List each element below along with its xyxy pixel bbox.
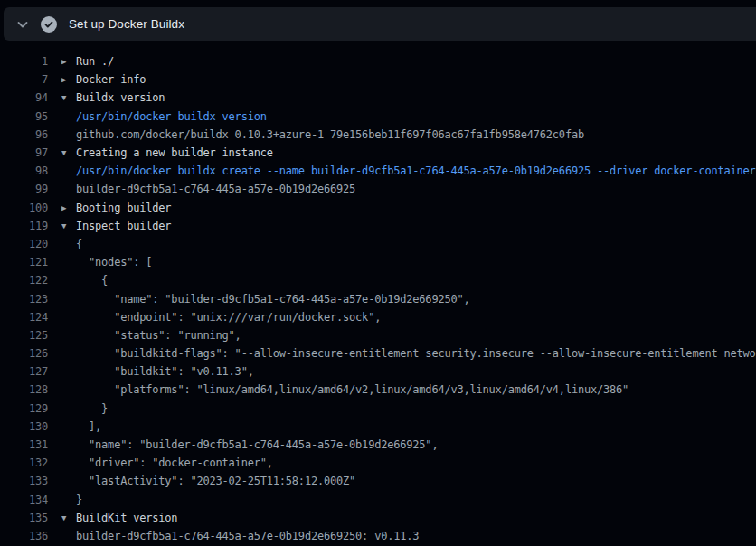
output-text: "driver": "docker-container", <box>76 457 273 469</box>
group-collapsed-icon[interactable]: ▶ <box>61 199 76 217</box>
line-number[interactable]: 99 <box>0 183 48 195</box>
group-collapsed-icon[interactable]: ▶ <box>61 71 76 89</box>
line-number[interactable]: 7 <box>0 73 48 86</box>
log-line-row: 128 "platforms": "linux/amd64,linux/amd6… <box>0 381 756 399</box>
group-title[interactable]: BuildKit version <box>76 512 177 524</box>
log-line-row: 125 "status": "running", <box>0 326 756 344</box>
log-group-row[interactable]: 97▼Creating a new builder instance <box>0 144 756 162</box>
group-title[interactable]: Buildx version <box>76 91 165 104</box>
log-line-row: 121 "nodes": [ <box>0 253 756 271</box>
group-title[interactable]: Inspect builder <box>76 220 171 232</box>
log-line-row: 132 "driver": "docker-container", <box>0 454 756 472</box>
output-text: builder-d9cfb5a1-c764-445a-a57e-0b19d2e6… <box>76 530 419 542</box>
log-line-row: 134} <box>0 491 756 509</box>
line-number[interactable]: 136 <box>0 530 48 542</box>
log-line-row: 129 } <box>0 400 756 418</box>
log-group-row[interactable]: 94▼Buildx version <box>0 89 756 107</box>
log-line-row: 96github.com/docker/buildx 0.10.3+azure-… <box>0 126 756 144</box>
output-text: "buildkit": "v0.11.3", <box>76 365 254 378</box>
group-title[interactable]: Booting builder <box>76 202 171 214</box>
group-expanded-icon[interactable]: ▼ <box>61 509 76 527</box>
output-text: "lastActivity": "2023-02-25T11:58:12.000… <box>76 475 355 487</box>
output-text: } <box>76 402 108 415</box>
output-text: "name": "builder-d9cfb5a1-c764-445a-a57e… <box>76 438 438 451</box>
log-line-row: 124 "endpoint": "unix:///var/run/docker.… <box>0 308 756 326</box>
chevron-down-icon[interactable] <box>15 17 30 32</box>
line-number[interactable]: 130 <box>0 420 48 433</box>
line-number[interactable]: 131 <box>0 438 48 451</box>
line-number[interactable]: 94 <box>0 91 48 104</box>
log-line-row: 122 { <box>0 271 756 289</box>
step-header-set-up-docker-buildx[interactable]: Set up Docker Buildx <box>4 7 756 41</box>
command-text: /usr/bin/docker buildx create --name bui… <box>76 165 756 177</box>
line-number[interactable]: 119 <box>0 220 48 232</box>
output-text: "endpoint": "unix:///var/run/docker.sock… <box>76 311 381 324</box>
log-group-row[interactable]: 119▼Inspect builder <box>0 217 756 235</box>
group-expanded-icon[interactable]: ▼ <box>61 144 76 162</box>
output-text: { <box>76 238 82 250</box>
group-expanded-icon[interactable]: ▼ <box>61 89 76 107</box>
output-text: "platforms": "linux/amd64,linux/amd64/v2… <box>76 383 628 396</box>
line-number[interactable]: 134 <box>0 494 48 506</box>
line-number[interactable]: 132 <box>0 457 48 469</box>
output-text: ], <box>76 420 101 433</box>
line-number[interactable]: 122 <box>0 274 48 287</box>
line-number[interactable]: 98 <box>0 165 48 177</box>
line-number[interactable]: 95 <box>0 110 48 123</box>
group-collapsed-icon[interactable]: ▶ <box>61 52 76 71</box>
line-number[interactable]: 128 <box>0 383 48 396</box>
log-line-row: 95/usr/bin/docker buildx version <box>0 108 756 126</box>
group-expanded-icon[interactable]: ▼ <box>61 217 76 235</box>
line-number[interactable]: 129 <box>0 402 48 415</box>
line-number[interactable]: 1 <box>0 55 48 68</box>
line-number[interactable]: 120 <box>0 238 48 250</box>
group-title[interactable]: Run ./ <box>76 55 114 68</box>
log-group-row[interactable]: 135▼BuildKit version <box>0 509 756 527</box>
line-number[interactable]: 125 <box>0 329 48 342</box>
line-number[interactable]: 96 <box>0 128 48 141</box>
group-title[interactable]: Creating a new builder instance <box>76 146 273 159</box>
line-number[interactable]: 126 <box>0 347 48 360</box>
line-number[interactable]: 123 <box>0 293 48 306</box>
line-number[interactable]: 135 <box>0 512 48 524</box>
log-line-row: 136builder-d9cfb5a1-c764-445a-a57e-0b19d… <box>0 527 756 545</box>
output-text: "status": "running", <box>76 329 241 342</box>
log-line-row: 127 "buildkit": "v0.11.3", <box>0 362 756 381</box>
log-line-row: 133 "lastActivity": "2023-02-25T11:58:12… <box>0 472 756 490</box>
line-number[interactable]: 127 <box>0 365 48 378</box>
log-line-row: 120{ <box>0 235 756 253</box>
log-line-row: 98/usr/bin/docker buildx create --name b… <box>0 162 756 180</box>
log-line-row: 99builder-d9cfb5a1-c764-445a-a57e-0b19d2… <box>0 180 756 198</box>
output-text: github.com/docker/buildx 0.10.3+azure-1 … <box>76 128 584 141</box>
log-group-row[interactable]: 100▶Booting builder <box>0 199 756 217</box>
step-title: Set up Docker Buildx <box>69 17 184 31</box>
line-number[interactable]: 121 <box>0 256 48 268</box>
log-group-row[interactable]: 7▶Docker info <box>0 71 756 89</box>
output-text: { <box>76 274 108 287</box>
line-number[interactable]: 97 <box>0 146 48 159</box>
log-group-row[interactable]: 1▶Run ./ <box>0 52 756 71</box>
log-line-row: 131 "name": "builder-d9cfb5a1-c764-445a-… <box>0 436 756 454</box>
command-text: /usr/bin/docker buildx version <box>76 110 267 123</box>
line-number[interactable]: 133 <box>0 475 48 487</box>
line-number[interactable]: 100 <box>0 202 48 214</box>
group-title[interactable]: Docker info <box>76 73 146 86</box>
check-circle-icon <box>41 16 57 33</box>
log-line-row: 130 ], <box>0 418 756 436</box>
output-text: } <box>76 494 82 506</box>
output-text: "buildkitd-flags": "--allow-insecure-ent… <box>76 347 756 360</box>
line-number[interactable]: 124 <box>0 311 48 324</box>
output-text: builder-d9cfb5a1-c764-445a-a57e-0b19d2e6… <box>76 183 355 195</box>
log-line-row: 126 "buildkitd-flags": "--allow-insecure… <box>0 344 756 362</box>
log-viewer[interactable]: 1▶Run ./7▶Docker info94▼Buildx version95… <box>0 41 756 546</box>
output-text: "name": "builder-d9cfb5a1-c764-445a-a57e… <box>76 293 470 306</box>
output-text: "nodes": [ <box>76 256 152 268</box>
log-line-row: 123 "name": "builder-d9cfb5a1-c764-445a-… <box>0 289 756 307</box>
